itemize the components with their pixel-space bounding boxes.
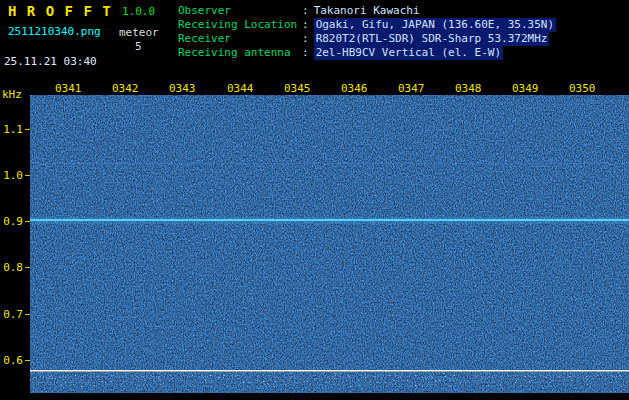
freq-axis-label: 1.0 bbox=[0, 169, 23, 182]
info-value: Takanori Kawachi bbox=[314, 4, 420, 18]
time-axis-label: 0348 bbox=[455, 82, 482, 95]
info-label: Observer bbox=[178, 4, 302, 18]
info-value: Ogaki, Gifu, JAPAN (136.60E, 35.35N) bbox=[314, 18, 556, 32]
time-axis-label: 0341 bbox=[55, 82, 82, 95]
app-version: 1.0.0 bbox=[122, 5, 155, 18]
info-row-observer: Observer:Takanori Kawachi bbox=[178, 4, 556, 18]
info-row-receiver: Receiver:R820T2(RTL-SDR) SDR-Sharp 53.37… bbox=[178, 32, 556, 46]
signal-level-trace-core bbox=[30, 375, 629, 379]
info-colon: : bbox=[302, 46, 309, 60]
carrier-signal-line bbox=[30, 219, 629, 221]
info-label: Receiving Location bbox=[178, 18, 302, 32]
time-axis-label: 0342 bbox=[112, 82, 139, 95]
info-row-antenna: Receiving antenna:2el-HB9CV Vertical (el… bbox=[178, 46, 556, 60]
observer-info: Observer:Takanori Kawachi Receiving Loca… bbox=[178, 4, 556, 60]
info-colon: : bbox=[302, 32, 309, 46]
info-colon: : bbox=[302, 4, 309, 18]
observation-datetime: 25.11.21 03:40 bbox=[4, 55, 97, 68]
freq-axis-label: 0.7 bbox=[0, 308, 23, 321]
faint-carrier-line bbox=[30, 163, 629, 164]
time-axis-label: 0347 bbox=[398, 82, 425, 95]
freq-axis-unit-label: kHz bbox=[2, 88, 22, 101]
info-row-location: Receiving Location:Ogaki, Gifu, JAPAN (1… bbox=[178, 18, 556, 32]
time-axis-label: 0349 bbox=[512, 82, 539, 95]
faint-carrier-line-2 bbox=[30, 176, 629, 177]
time-axis-label: 0343 bbox=[169, 82, 196, 95]
freq-axis-label: 0.9 bbox=[0, 215, 23, 228]
output-filename: 2511210340.png bbox=[8, 25, 101, 38]
time-axis-label: 0350 bbox=[569, 82, 596, 95]
time-axis-label: 0346 bbox=[341, 82, 368, 95]
time-axis-label: 0344 bbox=[227, 82, 254, 95]
echo-count: 5 bbox=[135, 40, 142, 53]
spectrogram-panel bbox=[30, 95, 629, 393]
freq-axis-label: 0.6 bbox=[0, 354, 23, 367]
signal-level-baseline bbox=[30, 370, 629, 372]
hrofft-output: H R O F F T 1.0.0 2511210340.png meteor … bbox=[0, 0, 629, 400]
observation-mode: meteor bbox=[119, 26, 159, 39]
info-label: Receiving antenna bbox=[178, 46, 302, 60]
app-title: H R O F F T bbox=[8, 3, 112, 19]
info-value: R820T2(RTL-SDR) SDR-Sharp 53.372MHz bbox=[314, 32, 550, 46]
info-label: Receiver bbox=[178, 32, 302, 46]
info-value: 2el-HB9CV Vertical (el. E-W) bbox=[314, 46, 503, 60]
info-colon: : bbox=[302, 18, 309, 32]
freq-axis-label: 1.1 bbox=[0, 123, 23, 136]
freq-axis-label: 0.8 bbox=[0, 261, 23, 274]
time-axis-label: 0345 bbox=[284, 82, 311, 95]
noise-speckles bbox=[30, 95, 629, 393]
spectrogram bbox=[30, 95, 629, 393]
